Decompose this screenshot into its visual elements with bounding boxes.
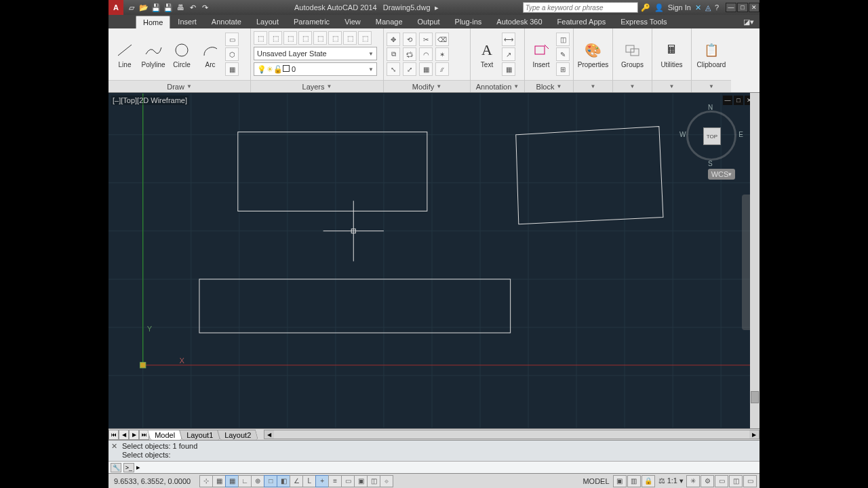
sheet-layout1[interactable]: Layout1	[179, 430, 220, 440]
tool-edit-block[interactable]: ✎	[556, 47, 570, 61]
tool-utilities[interactable]: 🖩Utilities	[658, 41, 686, 68]
tool-circle[interactable]: Circle	[168, 41, 195, 68]
help-icon[interactable]: ?	[715, 3, 719, 12]
viewcube-s[interactable]: S	[708, 160, 713, 167]
tab-autodesk360[interactable]: Autodesk 360	[489, 15, 549, 28]
status-btn-infer[interactable]: ⊹	[199, 475, 213, 487]
drawing-area[interactable]: [–][Top][2D Wireframe] — □ ✕ Y X	[108, 93, 760, 428]
sheet-prev-icon[interactable]: ◀	[119, 430, 129, 440]
layer-btn-3[interactable]: ⬚	[283, 31, 297, 45]
status-btn-snap[interactable]: ▦	[212, 475, 226, 487]
maximize-icon[interactable]: □	[737, 3, 748, 12]
tool-line[interactable]: Line	[111, 41, 138, 68]
tab-annotate[interactable]: Annotate	[204, 15, 249, 28]
tool-array[interactable]: ▦	[419, 62, 433, 76]
status-scale[interactable]: ⚖ 1:1 ▾	[656, 476, 686, 485]
cmd-prompt-icon[interactable]: >_	[123, 463, 134, 472]
tool-text[interactable]: AText	[473, 41, 500, 68]
status-btn-am[interactable]: ⟐	[380, 475, 393, 487]
status-clean-icon[interactable]: ▭	[743, 475, 757, 487]
current-layer-dropdown[interactable]: 💡☀🔓0▼	[254, 62, 377, 76]
new-icon[interactable]: ▱	[126, 2, 137, 13]
layer-btn-1[interactable]: ⬚	[254, 31, 267, 45]
panel-expand-utilities[interactable]: ▼	[652, 80, 691, 92]
status-btn-grid[interactable]: ▦	[225, 475, 239, 487]
sheet-layout2[interactable]: Layout2	[217, 430, 258, 440]
horizontal-scrollbar[interactable]: ◀▶	[264, 430, 760, 439]
tool-explode[interactable]: ✶	[435, 47, 449, 61]
status-btn-ortho[interactable]: ∟	[238, 475, 252, 487]
status-btn-dyn[interactable]: +	[315, 475, 329, 487]
draw-flyout-1[interactable]: ▭	[225, 33, 239, 46]
tool-scale[interactable]: ⤢	[403, 62, 416, 76]
exchange-icon[interactable]: ✕	[695, 3, 701, 12]
tool-polyline[interactable]: Polyline	[140, 41, 167, 68]
tab-output[interactable]: Output	[410, 15, 448, 28]
tab-manage[interactable]: Manage	[368, 15, 410, 28]
layer-btn-5[interactable]: ⬚	[313, 31, 327, 45]
panel-title-annotation[interactable]: Annotation▼	[471, 80, 524, 92]
minimize-icon[interactable]: —	[726, 3, 736, 12]
status-model-label[interactable]: MODEL	[580, 477, 612, 485]
print-icon[interactable]: 🖶	[175, 2, 186, 13]
tab-parametric[interactable]: Parametric	[286, 15, 337, 28]
viewcube-n[interactable]: N	[708, 104, 713, 111]
tool-mirror[interactable]: ⮔	[403, 47, 416, 61]
status-btn-sc[interactable]: ◫	[367, 475, 380, 487]
status-annovis-icon[interactable]: ✳	[686, 475, 700, 487]
vp-minimize-icon[interactable]: —	[723, 96, 732, 105]
redo-icon[interactable]: ↷	[199, 2, 210, 13]
status-btn-otrack[interactable]: ∠	[290, 475, 303, 487]
panel-title-layers[interactable]: Layers▼	[251, 80, 383, 92]
user-icon[interactable]: 👤	[654, 3, 664, 12]
layer-btn-6[interactable]: ⬚	[328, 31, 342, 45]
tool-offset[interactable]: ⫽	[435, 62, 449, 76]
saveas-icon[interactable]: 💾	[163, 2, 174, 13]
tool-dimension[interactable]: ⟷	[502, 33, 515, 46]
status-btn-tpy[interactable]: ▭	[341, 475, 355, 487]
tool-arc[interactable]: Arc	[197, 41, 224, 68]
tool-insert-block[interactable]: Insert	[528, 41, 555, 68]
close-icon[interactable]: ✕	[749, 3, 760, 12]
app-logo[interactable]: A	[108, 0, 123, 15]
viewcube-e[interactable]: E	[738, 131, 743, 138]
tab-home[interactable]: Home	[136, 16, 170, 28]
tab-view[interactable]: View	[337, 15, 368, 28]
tool-table[interactable]: ▦	[502, 62, 515, 76]
layer-btn-2[interactable]: ⬚	[269, 31, 282, 45]
status-btn-osnap[interactable]: □	[264, 475, 277, 487]
tool-clipboard[interactable]: 📋Clipboard	[698, 41, 725, 68]
coordinates-readout[interactable]: 9.6533, 6.3552, 0.0000	[108, 477, 196, 485]
signin-label[interactable]: Sign In	[668, 3, 691, 12]
layer-btn-8[interactable]: ⬚	[358, 31, 372, 45]
wcs-button[interactable]: WCS▾	[708, 169, 735, 180]
tab-insert[interactable]: Insert	[170, 15, 204, 28]
layer-btn-4[interactable]: ⬚	[298, 31, 312, 45]
sheet-model[interactable]: Model	[147, 430, 182, 440]
open-icon[interactable]: 📂	[138, 2, 149, 13]
panel-expand-groups[interactable]: ▼	[613, 80, 652, 92]
tool-trim[interactable]: ✂	[419, 33, 433, 46]
panel-title-block[interactable]: Block▼	[525, 80, 573, 92]
tool-attr[interactable]: ⊞	[556, 62, 570, 76]
status-btn-polar[interactable]: ⊕	[251, 475, 264, 487]
tab-express[interactable]: Express Tools	[613, 15, 674, 28]
tool-properties[interactable]: 🎨Properties	[580, 41, 607, 68]
tool-move[interactable]: ✥	[387, 33, 400, 46]
tool-rotate[interactable]: ⟲	[403, 33, 416, 46]
viewcube-w[interactable]: W	[679, 131, 686, 138]
status-annoscale-icon[interactable]: 🔒	[642, 475, 655, 487]
sheet-first-icon[interactable]: ⏮	[108, 430, 119, 440]
command-input[interactable]	[142, 463, 346, 472]
viewcube[interactable]: TOP N S E W	[681, 105, 742, 166]
tool-leader[interactable]: ↗	[502, 47, 515, 61]
status-btn-qp[interactable]: ▣	[354, 475, 368, 487]
draw-flyout-2[interactable]: ⬡	[225, 47, 239, 61]
layer-btn-7[interactable]: ⬚	[343, 31, 357, 45]
layer-state-dropdown[interactable]: Unsaved Layer State▼	[254, 47, 377, 60]
infocenter-icon[interactable]: 🔑	[641, 3, 650, 12]
panel-expand-clipboard[interactable]: ▼	[692, 80, 731, 92]
status-btn-ducs[interactable]: L	[302, 475, 316, 487]
panel-title-draw[interactable]: Draw▼	[108, 80, 250, 92]
viewcube-face[interactable]: TOP	[703, 127, 721, 145]
